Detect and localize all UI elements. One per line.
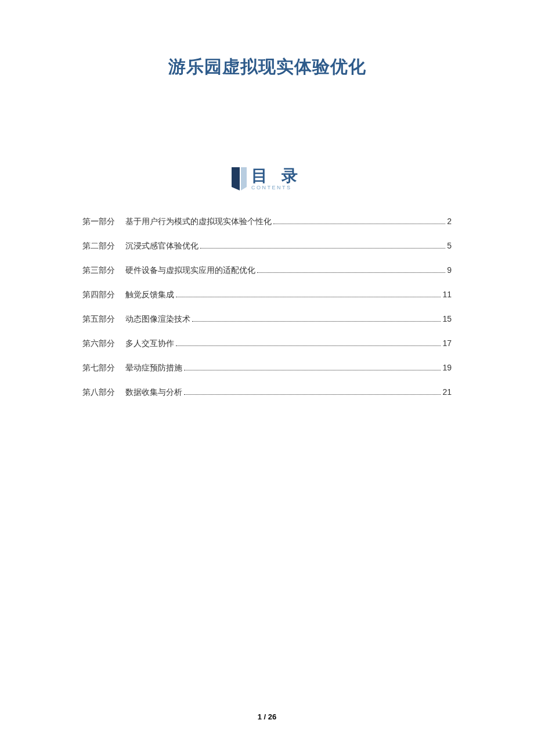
- toc-leader: [176, 345, 441, 346]
- toc-item: 第二部分 沉浸式感官体验优化 5: [82, 241, 452, 251]
- toc-page: 2: [447, 217, 452, 226]
- contents-icon: [232, 167, 247, 190]
- toc-title: 沉浸式感官体验优化: [125, 241, 199, 251]
- toc-item: 第四部分 触觉反馈集成 11: [82, 290, 452, 300]
- toc-title: 数据收集与分析: [125, 387, 182, 398]
- toc-part: 第四部分: [82, 290, 115, 300]
- toc-leader: [184, 370, 441, 370]
- toc-leader: [176, 297, 441, 297]
- toc-part: 第二部分: [82, 241, 115, 251]
- document-title: 游乐园虚拟现实体验优化: [75, 55, 459, 79]
- toc-list: 第一部分 基于用户行为模式的虚拟现实体验个性化 2 第二部分 沉浸式感官体验优化…: [75, 217, 459, 398]
- toc-part: 第一部分: [82, 217, 115, 227]
- svg-marker-0: [232, 167, 240, 190]
- contents-label: 目 录: [251, 168, 302, 184]
- toc-title: 基于用户行为模式的虚拟现实体验个性化: [125, 217, 272, 227]
- toc-item: 第一部分 基于用户行为模式的虚拟现实体验个性化 2: [82, 217, 452, 227]
- toc-page: 15: [442, 314, 452, 323]
- toc-item: 第五部分 动态图像渲染技术 15: [82, 314, 452, 325]
- contents-sublabel: CONTENTS: [251, 185, 292, 190]
- toc-part: 第三部分: [82, 265, 115, 276]
- toc-item: 第七部分 晕动症预防措施 19: [82, 363, 452, 373]
- toc-page: 21: [442, 387, 452, 397]
- toc-title: 触觉反馈集成: [125, 290, 174, 300]
- toc-page: 11: [442, 290, 452, 299]
- contents-label-wrapper: 目 录 CONTENTS: [251, 168, 302, 190]
- toc-page: 5: [447, 241, 452, 250]
- toc-page: 9: [447, 265, 452, 275]
- toc-leader: [184, 394, 441, 395]
- toc-part: 第八部分: [82, 387, 115, 398]
- toc-item: 第三部分 硬件设备与虚拟现实应用的适配优化 9: [82, 265, 452, 276]
- svg-marker-1: [241, 167, 247, 190]
- toc-page: 19: [442, 363, 452, 372]
- contents-header: 目 录 CONTENTS: [75, 167, 459, 190]
- toc-title: 硬件设备与虚拟现实应用的适配优化: [125, 265, 255, 276]
- toc-item: 第八部分 数据收集与分析 21: [82, 387, 452, 398]
- toc-page: 17: [442, 339, 452, 348]
- toc-part: 第五部分: [82, 314, 115, 325]
- toc-part: 第七部分: [82, 363, 115, 373]
- page-number: 1 / 26: [0, 712, 534, 721]
- page-container: 游乐园虚拟现实体验优化 目 录 CONTENTS 第一部分 基于用户行为模式的虚…: [0, 0, 534, 398]
- toc-title: 晕动症预防措施: [125, 363, 182, 373]
- toc-leader: [200, 248, 445, 249]
- toc-leader: [192, 321, 441, 322]
- toc-item: 第六部分 多人交互协作 17: [82, 339, 452, 349]
- toc-part: 第六部分: [82, 339, 115, 349]
- toc-leader: [257, 272, 445, 273]
- toc-title: 多人交互协作: [125, 339, 174, 349]
- toc-title: 动态图像渲染技术: [125, 314, 190, 325]
- toc-leader: [273, 224, 445, 224]
